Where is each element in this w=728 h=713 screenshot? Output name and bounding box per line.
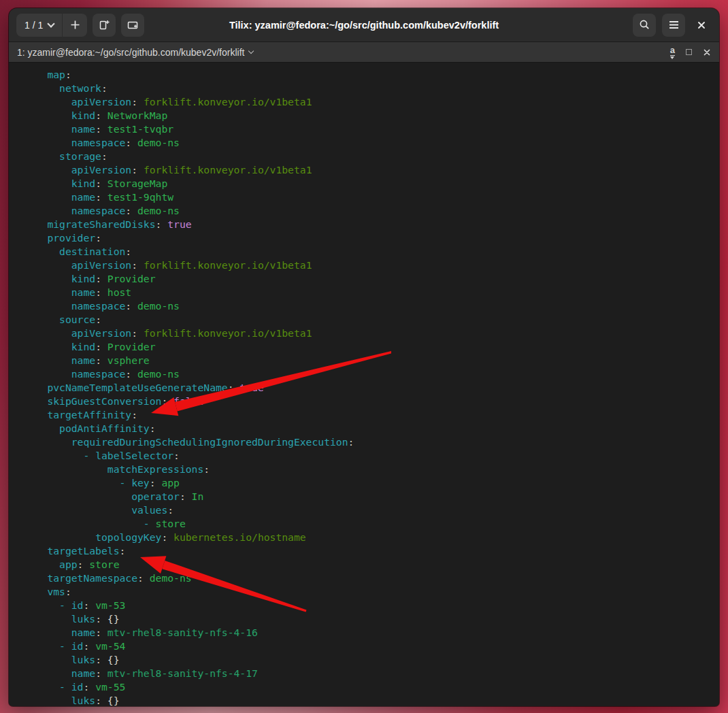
terminal-line: network: (23, 82, 719, 95)
terminal-line: apiVersion: forklift.konveyor.io/v1beta1 (23, 95, 719, 109)
headerbar: 1 / 1 (9, 8, 719, 42)
terminal-line: name: test1-tvqbr (23, 122, 719, 136)
terminal-line: kind: StorageMap (23, 177, 719, 190)
terminal-line: name: test1-9qhtw (23, 190, 719, 204)
terminal-line: map: (23, 68, 719, 82)
add-terminal-down-icon (127, 19, 139, 31)
session-switcher-button[interactable]: 1 / 1 (16, 14, 62, 37)
terminal-line: vms: (23, 585, 719, 599)
terminal-line: apiVersion: forklift.konveyor.io/v1beta1 (23, 163, 719, 177)
terminal-line: - key: app (23, 476, 719, 490)
terminal-line: storage: (23, 150, 719, 163)
terminal-line: luks: {} (23, 694, 719, 706)
terminal-line: apiVersion: forklift.konveyor.io/v1beta1 (23, 327, 719, 340)
headerbar-right-controls (633, 14, 712, 37)
terminal-line: values: (23, 503, 719, 517)
chevron-down-icon[interactable] (248, 48, 254, 54)
close-icon (703, 48, 711, 56)
terminal-tab-title[interactable]: 1: yzamir@fedora:~/go/src/github.com/kub… (17, 47, 244, 58)
tilix-window: 1 / 1 (9, 8, 719, 706)
close-icon (697, 20, 706, 30)
terminal-line: - id: vm-54 (23, 640, 719, 653)
session-indicator: 1 / 1 (24, 20, 43, 31)
terminal-line: - store (23, 517, 719, 531)
terminal-line: - id: vm-55 (23, 680, 719, 694)
terminal-line: name: mtv-rhel8-sanity-nfs-4-16 (23, 626, 719, 640)
terminal-line: kind: Provider (23, 272, 719, 286)
terminal-line: operator: In (23, 490, 719, 503)
terminal-line: name: vsphere (23, 354, 719, 367)
terminal-line: destination: (23, 245, 719, 259)
terminal-line: - labelSelector: (23, 449, 719, 463)
terminal-line: skipGuestConversion: false (23, 395, 719, 408)
terminal-line: namespace: demo-ns (23, 204, 719, 218)
chevron-down-icon (48, 20, 55, 27)
hamburger-menu-icon (668, 20, 680, 30)
terminal-line: app: store (23, 558, 719, 571)
terminal-line: name: host (23, 286, 719, 299)
maximize-terminal-button[interactable] (686, 49, 692, 55)
terminal-line: luks: {} (23, 653, 719, 667)
terminal-line: provider: (23, 231, 719, 245)
add-terminal-down-button[interactable] (121, 14, 144, 37)
close-terminal-button[interactable] (703, 48, 711, 56)
terminal-line: pvcNameTemplateUseGenerateName: true (23, 381, 719, 395)
terminal-line: - id: vm-53 (23, 599, 719, 612)
search-icon (639, 19, 650, 31)
session-button-group: 1 / 1 (16, 14, 87, 37)
terminal-line: matchExpressions: (23, 463, 719, 476)
terminal-titlebar-controls: a (670, 46, 711, 59)
menu-button[interactable] (662, 14, 685, 37)
terminal-output[interactable]: map: network: apiVersion: forklift.konve… (9, 63, 719, 706)
headerbar-left-controls: 1 / 1 (16, 14, 144, 37)
maximize-icon (686, 49, 692, 55)
terminal-line: topologyKey: kubernetes.io/hostname (23, 531, 719, 544)
caret-down-icon (670, 56, 674, 59)
terminal-line: kind: NetworkMap (23, 109, 719, 122)
terminal-line: targetNamespace: demo-ns (23, 571, 719, 585)
sync-input-icon: a (670, 46, 675, 56)
terminal-line: luks: {} (23, 612, 719, 626)
terminal-line: migrateSharedDisks: true (23, 218, 719, 231)
terminal-titlebar: 1: yzamir@fedora:~/go/src/github.com/kub… (9, 42, 719, 63)
sync-input-button[interactable]: a (670, 46, 675, 59)
terminal-line: kind: Provider (23, 340, 719, 354)
terminal-line: namespace: demo-ns (23, 299, 719, 313)
search-button[interactable] (633, 14, 656, 37)
terminal-line: source: (23, 313, 719, 327)
terminal-line: apiVersion: forklift.konveyor.io/v1beta1 (23, 259, 719, 272)
add-terminal-right-icon (98, 19, 110, 31)
terminal-line: namespace: demo-ns (23, 367, 719, 381)
window-title: Tilix: yzamir@fedora:~/go/src/github.com… (229, 20, 499, 31)
terminal-line: targetAffinity: (23, 408, 719, 422)
terminal-line: namespace: demo-ns (23, 136, 719, 150)
terminal-line: name: mtv-rhel8-sanity-nfs-4-17 (23, 667, 719, 680)
add-terminal-right-button[interactable] (93, 14, 116, 37)
plus-icon (69, 19, 81, 31)
terminal-line: podAntiAffinity: (23, 422, 719, 435)
new-session-button[interactable] (63, 14, 87, 37)
window-close-button[interactable] (691, 15, 712, 35)
terminal-line: targetLabels: (23, 544, 719, 558)
terminal-line: requiredDuringSchedulingIgnoredDuringExe… (23, 435, 719, 449)
